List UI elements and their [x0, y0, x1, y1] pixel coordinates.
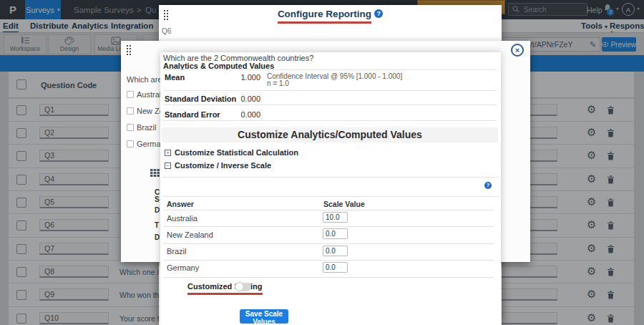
option-checkbox[interactable]: [127, 107, 134, 115]
scale-value-input[interactable]: [323, 262, 348, 273]
answer-label: Germany: [167, 263, 199, 272]
divider: [162, 177, 499, 178]
drag-handle-icon[interactable]: [127, 45, 128, 47]
answer-column-header: Answer: [167, 200, 194, 208]
divider: [163, 120, 497, 121]
toggle-knob: [235, 282, 244, 291]
grid-icon: [150, 169, 160, 177]
questionpro-app: P Surveys ▾ Sample Surveys > Qu Help 3 ▾…: [0, 0, 644, 325]
divider: [163, 105, 497, 105]
divider: [163, 260, 494, 261]
option-label: Brazil: [137, 123, 157, 132]
clipped-text: S: [155, 195, 160, 203]
scale-value-input[interactable]: [323, 228, 348, 239]
option-checkbox[interactable]: [127, 140, 134, 147]
section-label: Customize / Inverse Scale: [175, 161, 271, 170]
modal-title: Configure Reporting: [278, 9, 371, 24]
clipped-text: D: [155, 206, 160, 214]
divider: [163, 277, 494, 278]
divider: [163, 69, 497, 70]
clipped-text: D: [155, 233, 160, 241]
stat-label: Mean: [165, 73, 185, 82]
clipped-text: T: [155, 221, 159, 229]
divider: [163, 226, 494, 227]
option-checkbox[interactable]: [127, 91, 134, 98]
customized-scaling-toggle[interactable]: [235, 283, 251, 291]
divider: [163, 90, 497, 91]
customized-scaling-label: Customized Scaling: [187, 282, 263, 295]
stat-value: 1.000: [203, 73, 260, 82]
divider: [163, 210, 494, 210]
customize-section-title: Customize Analytics/Computed Values: [162, 127, 498, 142]
scale-value-input[interactable]: [323, 246, 348, 256]
stat-value: 0.000: [203, 110, 260, 119]
divider: [162, 196, 499, 197]
analytics-details-panel: Which are the 2 Commonwealth countries? …: [160, 52, 501, 325]
help-circle-icon[interactable]: ?: [374, 9, 383, 18]
divider: [163, 243, 494, 244]
answer-label: New Zealand: [167, 231, 213, 239]
question-code-label: Q6: [162, 27, 171, 35]
minus-box-icon: −: [165, 162, 171, 169]
section-label: Customize Statistical Calculation: [175, 148, 298, 157]
answer-label: Brazil: [167, 247, 187, 256]
answer-label: Australia: [167, 214, 197, 223]
scale-value-input[interactable]: [323, 212, 348, 223]
customize-statistical-calculation-section[interactable]: + Customize Statistical Calculation: [165, 148, 298, 157]
option-checkbox[interactable]: [127, 124, 134, 131]
close-icon[interactable]: ×: [511, 44, 524, 57]
customize-inverse-scale-section[interactable]: − Customize / Inverse Scale: [165, 161, 271, 170]
scale-value-column-header: Scale Value: [323, 200, 365, 208]
stat-value: 0.000: [203, 94, 260, 103]
stat-note: n = 1.0: [267, 79, 289, 87]
help-circle-icon[interactable]: ?: [484, 182, 492, 189]
plus-box-icon: +: [165, 150, 171, 156]
save-scale-values-button[interactable]: Save Scale Values: [240, 309, 288, 324]
